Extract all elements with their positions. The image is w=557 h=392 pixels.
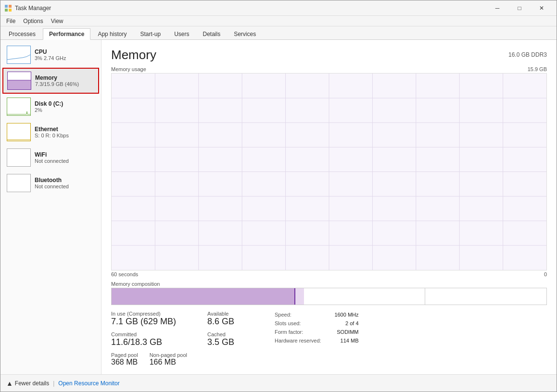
speed-row: Speed: 1600 MHz: [275, 312, 359, 318]
memory-spec: 16.0 GB DDR3: [508, 51, 547, 58]
svg-rect-0: [5, 5, 8, 8]
cached-label: Cached: [207, 331, 265, 337]
hardware-reserved-value: 114 MB: [341, 338, 359, 343]
chart-time-labels: 60 seconds 0: [111, 271, 547, 277]
svg-rect-3: [9, 9, 12, 12]
sidebar-item-ethernet[interactable]: Ethernet S: 0 R: 0 Kbps: [2, 120, 99, 145]
svg-rect-10: [7, 149, 30, 166]
footer-separator: |: [53, 380, 54, 387]
paged-pool-value: 368 MB: [111, 358, 138, 367]
in-use-label: In use (Compressed): [111, 311, 198, 317]
tab-processes[interactable]: Processes: [2, 28, 42, 39]
cpu-title: CPU: [35, 49, 66, 55]
slots-row: Slots used: 2 of 4: [275, 320, 359, 326]
disk-title: Disk 0 (C:): [35, 100, 63, 107]
memory-subtitle: 7.3/15.9 GB (46%): [35, 81, 79, 87]
tab-users[interactable]: Users: [168, 28, 195, 39]
fewer-details-label: Fewer details: [15, 380, 49, 387]
window-controls: ─ □ ✕: [486, 0, 553, 16]
non-paged-pool-label: Non-paged pool: [150, 352, 187, 358]
tab-performance[interactable]: Performance: [43, 28, 90, 40]
non-paged-pool-value: 166 MB: [150, 358, 187, 367]
memory-info: Memory 7.3/15.9 GB (46%): [35, 74, 79, 87]
composition-section: Memory composition: [111, 281, 547, 305]
cpu-info: CPU 3% 2.74 GHz: [35, 49, 66, 61]
committed-label: Committed: [111, 331, 198, 337]
stats-left: In use (Compressed) 7.1 GB (629 MB) Comm…: [111, 311, 198, 367]
disk-info: Disk 0 (C:) 2%: [35, 100, 63, 113]
tab-startup[interactable]: Start-up: [134, 28, 167, 39]
menu-options[interactable]: Options: [19, 17, 47, 25]
stat-non-paged-pool: Non-paged pool 166 MB: [150, 352, 187, 367]
window-title: Task Manager: [15, 5, 486, 12]
comp-in-use: [112, 288, 294, 305]
stat-paged-pool: Paged pool 368 MB: [111, 352, 138, 367]
hardware-reserved-label: Hardware reserved:: [275, 338, 321, 343]
form-factor-label: Form factor:: [275, 329, 303, 335]
form-factor-row: Form factor: SODIMM: [275, 329, 359, 335]
sidebar: CPU 3% 2.74 GHz Memory 7.3/15.9 GB (46%): [0, 40, 101, 374]
committed-value: 11.6/18.3 GB: [111, 337, 198, 347]
menu-view[interactable]: View: [47, 17, 67, 25]
ethernet-info: Ethernet S: 0 R: 0 Kbps: [35, 126, 69, 138]
wifi-title: WiFi: [35, 151, 69, 158]
chart-label: Memory usage 15.9 GB: [111, 66, 547, 72]
speed-label: Speed:: [275, 312, 291, 318]
app-icon: [4, 4, 12, 12]
ethernet-subtitle: S: 0 R: 0 Kbps: [35, 133, 69, 138]
stat-cached: Cached 3.5 GB: [207, 331, 265, 347]
maximize-button[interactable]: □: [508, 0, 531, 16]
usage-label: Memory usage: [111, 66, 146, 72]
sidebar-item-disk[interactable]: Disk 0 (C:) 2%: [2, 94, 99, 119]
memory-chart: [111, 73, 547, 270]
available-value: 8.6 GB: [207, 317, 265, 327]
minimize-button[interactable]: ─: [486, 0, 508, 16]
task-manager-window: Task Manager ─ □ ✕ File Options View Pro…: [0, 0, 557, 392]
ethernet-title: Ethernet: [35, 126, 69, 133]
svg-rect-9: [7, 123, 30, 141]
bluetooth-title: Bluetooth: [35, 177, 69, 184]
sidebar-item-cpu[interactable]: CPU 3% 2.74 GHz: [2, 42, 99, 67]
y-max-label: 15.9 GB: [528, 66, 547, 72]
slots-value: 2 of 4: [345, 320, 359, 326]
comp-standby: [304, 288, 426, 305]
close-button[interactable]: ✕: [531, 0, 553, 16]
bluetooth-subtitle: Not connected: [35, 184, 69, 189]
cpu-thumbnail: [7, 46, 31, 64]
svg-rect-1: [9, 5, 12, 8]
tab-bar: Processes Performance App history Start-…: [0, 26, 557, 40]
sidebar-item-wifi[interactable]: WiFi Not connected: [2, 145, 99, 170]
svg-rect-6: [8, 80, 31, 89]
bluetooth-thumbnail: [7, 174, 31, 192]
svg-rect-2: [5, 9, 8, 12]
open-resource-monitor-link[interactable]: Open Resource Monitor: [58, 380, 119, 387]
content-area: CPU 3% 2.74 GHz Memory 7.3/15.9 GB (46%): [0, 40, 557, 374]
fewer-details-button[interactable]: ▲ Fewer details: [6, 380, 49, 387]
wifi-thumbnail: [7, 148, 31, 167]
svg-rect-11: [7, 174, 30, 192]
paged-pool-label: Paged pool: [111, 352, 138, 358]
memory-title: Memory: [35, 74, 79, 81]
menu-bar: File Options View: [0, 16, 557, 26]
tab-app-history[interactable]: App history: [91, 28, 133, 39]
composition-bar: [111, 288, 547, 305]
svg-rect-4: [7, 46, 30, 63]
tab-services[interactable]: Services: [228, 28, 262, 39]
comp-modified: [295, 288, 304, 305]
cached-value: 3.5 GB: [207, 337, 265, 347]
memory-thumbnail: [7, 72, 31, 90]
main-header: Memory 16.0 GB DDR3: [111, 48, 547, 62]
in-use-value: 7.1 GB (629 MB): [111, 317, 198, 327]
sidebar-item-memory[interactable]: Memory 7.3/15.9 GB (46%): [2, 68, 99, 94]
slots-label: Slots used:: [275, 320, 301, 326]
menu-file[interactable]: File: [2, 17, 19, 25]
sidebar-item-bluetooth[interactable]: Bluetooth Not connected: [2, 171, 99, 196]
chart-section: Memory usage 15.9 GB: [111, 66, 547, 367]
cpu-subtitle: 3% 2.74 GHz: [35, 55, 66, 61]
stats-pool-row: Paged pool 368 MB Non-paged pool 166 MB: [111, 352, 198, 367]
main-panel: Memory 16.0 GB DDR3 Memory usage 15.9 GB: [101, 40, 557, 374]
tab-details[interactable]: Details: [196, 28, 227, 39]
form-factor-value: SODIMM: [337, 329, 358, 335]
stat-committed: Committed 11.6/18.3 GB: [111, 331, 198, 347]
composition-label: Memory composition: [111, 281, 547, 287]
